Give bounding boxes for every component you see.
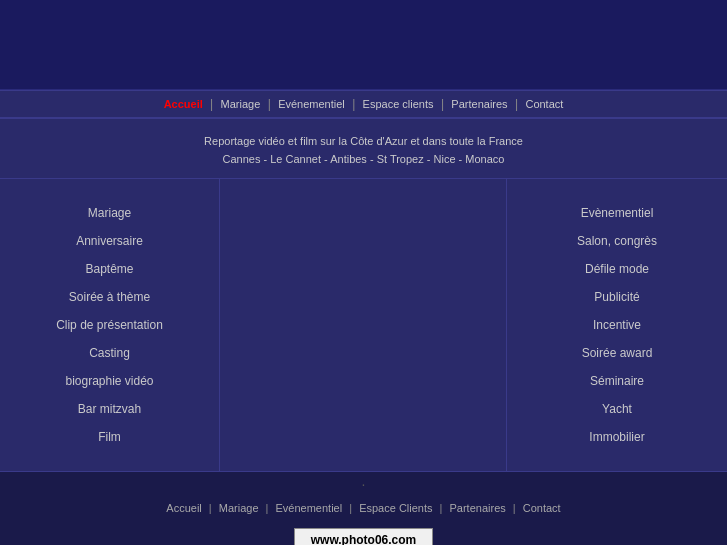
bottom-nav-mariage[interactable]: Mariage (219, 502, 259, 514)
left-menu-item-soiree-theme[interactable]: Soirée à thème (0, 283, 219, 311)
center-column (220, 179, 507, 471)
subtitle-area: Reportage vidéo et film sur la Côte d'Az… (0, 119, 727, 179)
nav-sep-3: | (352, 97, 355, 111)
subtitle-line2: Cannes - Le Cannet - Antibes - St Tropez… (0, 151, 727, 169)
logo-area: www.photo06.com (0, 520, 727, 545)
bottom-sep-3: | (349, 502, 352, 514)
bottom-nav-partenaires[interactable]: Partenaires (450, 502, 506, 514)
left-menu: Mariage Anniversaire Baptême Soirée à th… (0, 179, 220, 471)
bottom-sep-4: | (440, 502, 443, 514)
right-menu-item-1[interactable]: Salon, congrès (507, 227, 727, 255)
left-menu-item-6[interactable]: biographie vidéo (0, 367, 219, 395)
bottom-section: · Accueil | Mariage | Evénementiel | Esp… (0, 472, 727, 545)
left-menu-item-2[interactable]: Baptême (0, 255, 219, 283)
right-menu-item-6[interactable]: Séminaire (507, 367, 727, 395)
nav-item-evenementiel[interactable]: Evénementiel (278, 98, 345, 110)
left-menu-item-casting[interactable]: Casting (0, 339, 219, 367)
nav-sep-4: | (441, 97, 444, 111)
subtitle-line1: Reportage vidéo et film sur la Côte d'Az… (0, 133, 727, 151)
right-menu-item-4[interactable]: Incentive (507, 311, 727, 339)
nav-item-espace-clients[interactable]: Espace clients (363, 98, 434, 110)
nav-sep-5: | (515, 97, 518, 111)
bottom-nav-contact[interactable]: Contact (523, 502, 561, 514)
right-menu-item-0[interactable]: Evènementiel (507, 199, 727, 227)
nav-sep-1: | (210, 97, 213, 111)
nav-item-accueil[interactable]: Accueil (164, 98, 203, 110)
left-menu-item-8[interactable]: Film (0, 423, 219, 451)
logo-link[interactable]: www.photo06.com (294, 528, 434, 545)
bottom-nav-accueil[interactable]: Accueil (166, 502, 201, 514)
nav-item-contact[interactable]: Contact (525, 98, 563, 110)
nav-item-mariage[interactable]: Mariage (221, 98, 261, 110)
bottom-sep-1: | (209, 502, 212, 514)
bottom-nav-evenementiel[interactable]: Evénementiel (276, 502, 343, 514)
left-menu-item-0[interactable]: Mariage (0, 199, 219, 227)
right-menu-item-5[interactable]: Soirée award (507, 339, 727, 367)
bottom-nav-espace-clients[interactable]: Espace Clients (359, 502, 432, 514)
right-menu: Evènementiel Salon, congrès Défile mode … (507, 179, 727, 471)
nav-bar: Accueil | Mariage | Evénementiel | Espac… (0, 90, 727, 118)
columns: Mariage Anniversaire Baptême Soirée à th… (0, 179, 727, 471)
nav-item-partenaires[interactable]: Partenaires (451, 98, 507, 110)
right-menu-item-7[interactable]: Yacht (507, 395, 727, 423)
bottom-sep-5: | (513, 502, 516, 514)
main-content: Reportage vidéo et film sur la Côte d'Az… (0, 118, 727, 472)
nav-sep-2: | (268, 97, 271, 111)
left-menu-item-1[interactable]: Anniversaire (0, 227, 219, 255)
left-menu-item-7[interactable]: Bar mitzvah (0, 395, 219, 423)
left-menu-item-4[interactable]: Clip de présentation (0, 311, 219, 339)
right-menu-item-3[interactable]: Publicité (507, 283, 727, 311)
dot-separator: · (0, 472, 727, 496)
right-menu-item-2[interactable]: Défile mode (507, 255, 727, 283)
right-menu-item-8[interactable]: Immobilier (507, 423, 727, 451)
bottom-nav-bar: Accueil | Mariage | Evénementiel | Espac… (0, 496, 727, 520)
top-banner (0, 0, 727, 90)
bottom-sep-2: | (266, 502, 269, 514)
